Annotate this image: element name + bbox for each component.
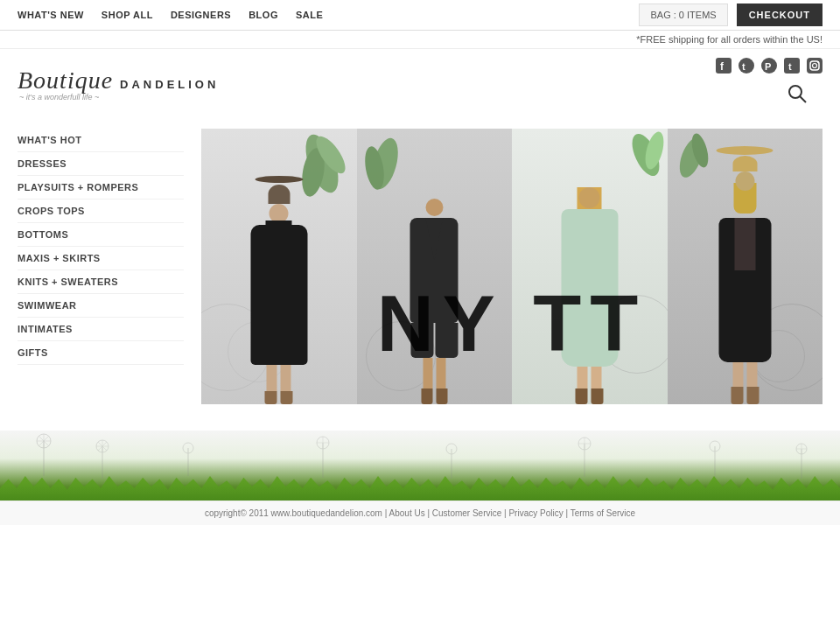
footer-copyright: copyright© 2011 www.boutiquedandelion.co… [205, 508, 635, 518]
cart-area: BAG : 0 ITEMS CHECKOUT [639, 4, 822, 26]
hero-background: NY TT [201, 129, 822, 404]
logo-tagline: ~ it's a wonderfull life ~ [19, 93, 219, 102]
nav-link-designers[interactable]: DESIGNERS [171, 10, 231, 20]
logo-area[interactable]: Boutique DANDELION ~ it's a wonderfull l… [18, 68, 219, 102]
footer-links: copyright© 2011 www.boutiquedandelion.co… [0, 500, 840, 525]
sidebar-item-gifts[interactable]: GIFTS [18, 341, 184, 365]
sidebar-item-knits-sweaters[interactable]: KNITS + SWEATERS [18, 270, 184, 294]
svg-text:t: t [742, 61, 746, 72]
sidebar-item-swimwear[interactable]: SWIMWEAR [18, 294, 184, 318]
free-shipping-bar: *FREE shipping for all orders within the… [0, 31, 840, 49]
social-bar: f t P t [716, 58, 822, 77]
instagram-icon[interactable] [807, 58, 822, 77]
sidebar-item-playsuits-rompers[interactable]: PLAYSUITS + ROMPERS [18, 176, 184, 200]
top-navigation: WHAT'S NEWSHOP ALLDESIGNERSBLOGSALE BAG … [0, 0, 840, 31]
nav-links: WHAT'S NEWSHOP ALLDESIGNERSBLOGSALE [18, 10, 323, 20]
tumblr-icon[interactable]: t [784, 58, 800, 77]
footer-grass-decoration [0, 430, 840, 500]
model-section-4 [668, 129, 823, 404]
header: Boutique DANDELION ~ it's a wonderfull l… [0, 49, 840, 120]
bag-info: BAG : 0 ITEMS [639, 4, 727, 26]
svg-rect-6 [784, 58, 800, 74]
svg-rect-8 [807, 58, 822, 74]
svg-text:P: P [765, 61, 771, 72]
facebook-icon[interactable]: f [716, 58, 732, 77]
nytt-text: NY TT [377, 279, 647, 369]
svg-text:t: t [788, 61, 792, 72]
twitter-icon[interactable]: t [738, 58, 754, 77]
nav-link-blog[interactable]: BLOG [248, 10, 278, 20]
nav-link-whats-new[interactable]: WHAT'S NEW [18, 10, 84, 20]
nav-link-shop-all[interactable]: SHOP ALL [102, 10, 153, 20]
sidebar-item-dresses[interactable]: DRESSES [18, 152, 184, 176]
logo-subtitle: DANDELION [120, 78, 219, 91]
logo-brand: Boutique [18, 68, 113, 93]
svg-line-13 [800, 96, 806, 102]
svg-rect-0 [716, 58, 732, 74]
svg-point-2 [738, 58, 754, 74]
model-section-1 [201, 129, 357, 404]
checkout-button[interactable]: CHECKOUT [737, 4, 822, 26]
nav-link-sale[interactable]: SALE [296, 10, 323, 20]
pinterest-icon[interactable]: P [761, 58, 777, 77]
hero-banner: NY TT [201, 129, 822, 404]
svg-point-12 [789, 86, 802, 98]
sidebar-item-whats-hot[interactable]: WHAT'S HOT [18, 129, 184, 152]
sidebar: WHAT'S HOTDRESSESPLAYSUITS + ROMPERSCROP… [18, 129, 184, 404]
free-shipping-text: *FREE shipping for all orders within the… [636, 34, 822, 45]
sidebar-item-maxis-skirts[interactable]: MAXIS + SKIRTS [18, 247, 184, 270]
sidebar-item-bottoms[interactable]: BOTTOMS [18, 223, 184, 247]
svg-point-11 [817, 61, 819, 63]
main-layout: WHAT'S HOTDRESSESPLAYSUITS + ROMPERSCROP… [0, 120, 840, 413]
sidebar-item-crops-tops[interactable]: CROPS TOPS [18, 200, 184, 223]
main-content: NY TT [201, 129, 822, 404]
search-button[interactable] [788, 84, 822, 111]
sidebar-item-intimates[interactable]: INTIMATES [18, 318, 184, 341]
